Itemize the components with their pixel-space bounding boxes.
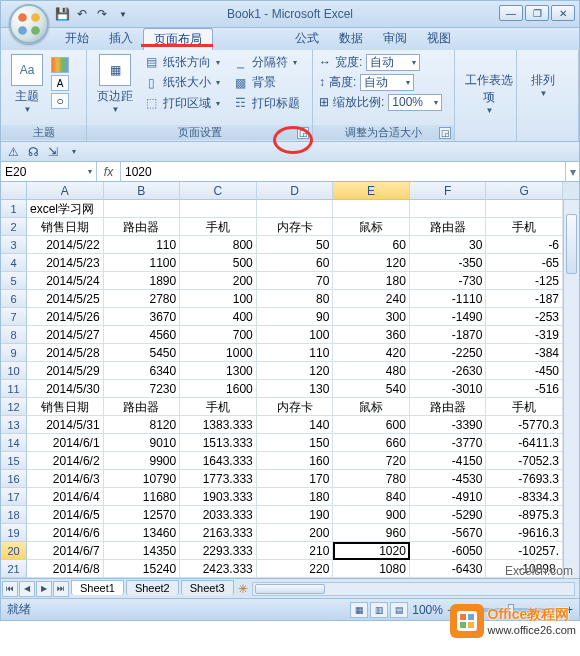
cell[interactable]: -350 <box>410 254 487 272</box>
cell[interactable]: -253 <box>486 308 563 326</box>
sheet-tab-Sheet1[interactable]: Sheet1 <box>71 580 124 595</box>
cell[interactable]: -319 <box>486 326 563 344</box>
cell[interactable]: 100 <box>180 290 257 308</box>
cell[interactable]: 2014/6/3 <box>27 470 104 488</box>
background-button[interactable]: ▩背景 <box>232 73 300 93</box>
sheet-first-button[interactable]: ⏮ <box>2 581 18 597</box>
cell[interactable]: 80 <box>257 290 334 308</box>
cell[interactable]: 内存卡 <box>257 218 334 236</box>
cell[interactable]: 2014/5/29 <box>27 362 104 380</box>
formula-bar[interactable]: 1020 <box>121 162 565 181</box>
cell[interactable]: 1020 <box>333 542 410 560</box>
view-break-button[interactable]: ▤ <box>390 602 408 618</box>
cell[interactable]: 210 <box>257 542 334 560</box>
cell[interactable]: 4560 <box>104 326 181 344</box>
cell[interactable]: 鼠标 <box>333 398 410 416</box>
cell[interactable]: 2014/5/27 <box>27 326 104 344</box>
cell[interactable]: 销售日期 <box>27 218 104 236</box>
cell[interactable]: 180 <box>257 488 334 506</box>
cell[interactable]: 15240 <box>104 560 181 578</box>
cell[interactable]: 11680 <box>104 488 181 506</box>
cell[interactable]: 60 <box>333 236 410 254</box>
cell[interactable]: 手机 <box>180 218 257 236</box>
cell[interactable]: 500 <box>180 254 257 272</box>
row-header-3[interactable]: 3 <box>1 236 27 254</box>
cell[interactable]: 220 <box>257 560 334 578</box>
cell[interactable]: -384 <box>486 344 563 362</box>
cell[interactable]: -3010 <box>410 380 487 398</box>
cell[interactable]: 100 <box>257 326 334 344</box>
cell[interactable]: 2014/6/6 <box>27 524 104 542</box>
cell[interactable]: 780 <box>333 470 410 488</box>
cell[interactable]: 180 <box>333 272 410 290</box>
row-header-13[interactable]: 13 <box>1 416 27 434</box>
margins-button[interactable]: ▦ 页边距 ▼ <box>93 52 137 114</box>
row-header-11[interactable]: 11 <box>1 380 27 398</box>
cell[interactable]: 2014/6/2 <box>27 452 104 470</box>
security-warning-icon[interactable]: ⚠ <box>5 144 21 160</box>
cell[interactable]: 2423.333 <box>180 560 257 578</box>
undo-icon[interactable]: ↶ <box>75 7 89 21</box>
cell[interactable]: 540 <box>333 380 410 398</box>
office-button[interactable] <box>9 4 49 44</box>
cell[interactable]: 2014/5/23 <box>27 254 104 272</box>
cell[interactable]: 840 <box>333 488 410 506</box>
scale-input[interactable]: 100%▾ <box>388 94 442 111</box>
cell[interactable]: 600 <box>333 416 410 434</box>
cell[interactable]: excel学习网 <box>27 200 104 218</box>
zoom-level[interactable]: 100% <box>412 603 443 617</box>
cell[interactable]: 5450 <box>104 344 181 362</box>
row-header-17[interactable]: 17 <box>1 488 27 506</box>
cell[interactable]: 2014/5/31 <box>27 416 104 434</box>
orientation-button[interactable]: ▤纸张方向▾ <box>143 52 220 72</box>
cell[interactable]: -187 <box>486 290 563 308</box>
insert-sheet-icon[interactable]: ✳ <box>238 582 248 596</box>
row-header-5[interactable]: 5 <box>1 272 27 290</box>
cell[interactable]: 鼠标 <box>333 218 410 236</box>
cell[interactable]: 1600 <box>180 380 257 398</box>
sheet-last-button[interactable]: ⏭ <box>53 581 69 597</box>
cell[interactable]: 140 <box>257 416 334 434</box>
zoom-out-button[interactable]: − <box>447 603 454 617</box>
cell[interactable]: 2014/6/7 <box>27 542 104 560</box>
cell[interactable]: 2014/5/28 <box>27 344 104 362</box>
cell[interactable]: 300 <box>333 308 410 326</box>
cell[interactable]: -8975.3 <box>486 506 563 524</box>
cell[interactable]: 720 <box>333 452 410 470</box>
cell[interactable]: 9900 <box>104 452 181 470</box>
cell[interactable]: -1490 <box>410 308 487 326</box>
theme-fonts-button[interactable]: A <box>51 75 69 91</box>
cell[interactable]: 1643.333 <box>180 452 257 470</box>
cell[interactable]: -6430 <box>410 560 487 578</box>
cell[interactable]: 2014/5/25 <box>27 290 104 308</box>
cell[interactable]: 30 <box>410 236 487 254</box>
cell[interactable]: 960 <box>333 524 410 542</box>
cell[interactable]: -3390 <box>410 416 487 434</box>
col-header-B[interactable]: B <box>104 182 181 200</box>
cell[interactable]: 200 <box>257 524 334 542</box>
cell[interactable] <box>333 200 410 218</box>
sheet-prev-button[interactable]: ◀ <box>19 581 35 597</box>
cell[interactable]: 路由器 <box>104 218 181 236</box>
col-header-G[interactable]: G <box>486 182 563 200</box>
cell[interactable] <box>410 200 487 218</box>
cell[interactable] <box>257 200 334 218</box>
cell[interactable]: 2780 <box>104 290 181 308</box>
cell[interactable]: 10790 <box>104 470 181 488</box>
size-button[interactable]: ▯纸张大小▾ <box>143 73 220 93</box>
cell[interactable]: 1383.333 <box>180 416 257 434</box>
cell[interactable]: 路由器 <box>410 218 487 236</box>
cell[interactable]: 手机 <box>486 398 563 416</box>
theme-colors-button[interactable] <box>51 57 69 73</box>
cell[interactable]: -6411.3 <box>486 434 563 452</box>
tab-3[interactable]: 公式 <box>285 28 329 50</box>
cell[interactable]: 800 <box>180 236 257 254</box>
cell[interactable]: 160 <box>257 452 334 470</box>
cell[interactable]: 手机 <box>180 398 257 416</box>
cell[interactable]: 110 <box>104 236 181 254</box>
chart-icon[interactable]: ☊ <box>25 144 41 160</box>
row-header-19[interactable]: 19 <box>1 524 27 542</box>
row-header-20[interactable]: 20 <box>1 542 27 560</box>
cell[interactable]: 1000 <box>180 344 257 362</box>
tab-1[interactable]: 插入 <box>99 28 143 50</box>
